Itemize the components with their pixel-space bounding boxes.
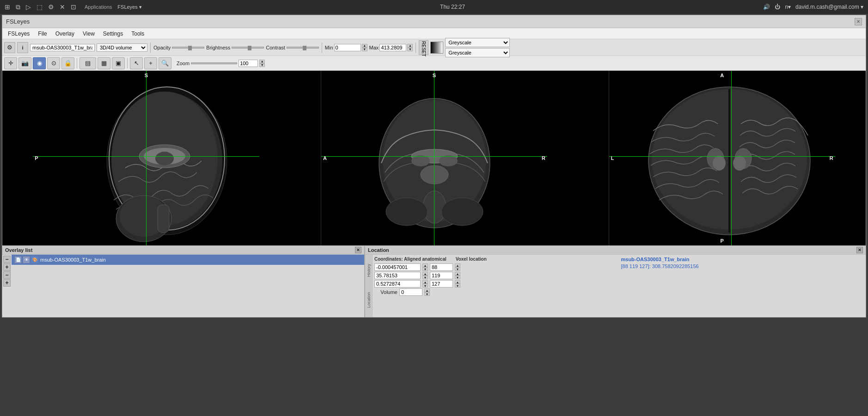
scroll-down-button[interactable]: + (3, 279, 11, 287)
coord-y-spin-down[interactable]: ▼ (422, 275, 428, 279)
volume-spinner[interactable]: ▲ ▼ (424, 288, 430, 296)
coronal-view[interactable]: S A R (321, 71, 547, 245)
gear-icon[interactable]: ⚙ (48, 3, 54, 11)
min-spin-down[interactable]: ▼ (362, 48, 367, 51)
menu-file[interactable]: File (34, 30, 50, 38)
scroll-up-button[interactable]: − (3, 256, 11, 263)
volume-value-input[interactable] (399, 288, 422, 296)
voxel-y-spinner[interactable]: ▲ ▼ (455, 272, 460, 279)
voxel-z-input[interactable] (430, 280, 453, 288)
volume-spin-down[interactable]: ▼ (424, 292, 430, 296)
voxel-x-input[interactable] (430, 263, 453, 271)
overlay-color-icon[interactable]: 🎨 (31, 256, 38, 263)
menu-fsleyes[interactable]: FSLeyes (4, 30, 33, 38)
coord-x-input[interactable] (374, 263, 421, 271)
camera-tool-button[interactable]: 📷 (18, 57, 31, 69)
reset-button[interactable]: RESET (419, 40, 428, 55)
coord-row-0: ▲ ▼ ▲ ▼ (374, 263, 616, 271)
cursor-tool-button[interactable]: ↖ (130, 57, 143, 69)
view2-tool-button[interactable]: ⊙ (47, 57, 60, 69)
add-overlay-button[interactable]: + (3, 263, 11, 271)
contrast-slider[interactable] (287, 47, 319, 49)
coord-y-input[interactable] (374, 272, 421, 279)
voxel-x-spin-down[interactable]: ▼ (455, 267, 460, 271)
min-value-input[interactable] (334, 44, 361, 51)
coord-y-spin-up[interactable]: ▲ (422, 272, 428, 275)
menu-settings[interactable]: Settings (99, 30, 127, 38)
remove-overlay-button[interactable]: − (3, 271, 11, 279)
voxel-z-spinner[interactable]: ▲ ▼ (455, 280, 460, 288)
overlay-name-input[interactable] (30, 44, 95, 51)
power-icon[interactable]: ⏻ (775, 4, 780, 10)
max-value-input[interactable] (379, 44, 406, 51)
overlay-eye-icon[interactable]: 👁 (23, 256, 30, 263)
colormap1-select[interactable]: Greyscale (445, 38, 510, 47)
voxel-y-spin-down[interactable]: ▼ (455, 275, 460, 279)
user-account[interactable]: david.m.cash@gmail.com ▾ (795, 4, 863, 10)
overlay-settings-button[interactable]: ⚙ (4, 42, 15, 53)
volume-spin-up[interactable]: ▲ (424, 288, 430, 292)
max-spin-down[interactable]: ▼ (407, 48, 413, 51)
crosshair-tool-button[interactable]: ✛ (4, 57, 17, 69)
coord-z-spinner[interactable]: ▲ ▼ (422, 280, 428, 288)
overlay-file-icon[interactable]: 📄 (14, 256, 22, 263)
coord-z-input[interactable] (374, 280, 421, 288)
coord-x-spin-up[interactable]: ▲ (422, 263, 428, 267)
display-icon[interactable]: ⊡ (71, 3, 76, 11)
volume-row: Volume ▲ ▼ (374, 288, 616, 296)
view3-tool-button[interactable]: 🔒 (61, 57, 74, 69)
zoom-spin-up[interactable]: ▲ (259, 60, 265, 63)
menu-tools[interactable]: Tools (128, 30, 148, 38)
layout2-button[interactable]: ▦ (98, 57, 110, 69)
copy-icon[interactable]: ⧉ (16, 3, 20, 11)
add-tool-button[interactable]: + (144, 57, 157, 69)
grid-icon[interactable]: ⊞ (5, 3, 10, 11)
fsleyes-app-label[interactable]: FSLeyes ▾ (117, 4, 141, 10)
max-spin-up[interactable]: ▲ (407, 44, 413, 48)
zoom-value-input[interactable] (238, 60, 258, 67)
sagittal-view[interactable]: S P (33, 71, 259, 245)
window-close-button[interactable]: ✕ (855, 18, 862, 25)
view1-tool-button[interactable]: ◉ (33, 57, 46, 69)
voxel-z-spin-down[interactable]: ▼ (455, 284, 460, 288)
min-spin-up[interactable]: ▲ (362, 44, 367, 48)
applications-label[interactable]: Applications (85, 4, 112, 10)
voxel-x-spinner[interactable]: ▲ ▼ (455, 263, 460, 271)
menu-view[interactable]: View (79, 30, 98, 38)
zoom-slider[interactable] (191, 62, 237, 64)
volume-icon[interactable]: 🔊 (763, 4, 770, 10)
voxel-z-spin-up[interactable]: ▲ (455, 280, 460, 284)
coord-z-spin-up[interactable]: ▲ (422, 280, 428, 284)
color-swatch[interactable] (430, 42, 443, 54)
overlay-info-button[interactable]: i (17, 42, 28, 53)
pip-icon[interactable]: ⬚ (37, 3, 43, 11)
voxel-y-input[interactable] (430, 272, 453, 279)
opacity-slider[interactable] (172, 47, 204, 49)
axial-view[interactable]: A L R P (609, 71, 835, 245)
min-spinner[interactable]: ▲ ▼ (362, 44, 367, 51)
overlay-list-close-button[interactable]: ✕ (355, 247, 361, 253)
coord-z-spin-down[interactable]: ▼ (422, 284, 428, 288)
forward-icon[interactable]: ▷ (26, 3, 31, 11)
location-panel-close-button[interactable]: ✕ (856, 247, 863, 253)
search-tool-button[interactable]: 🔍 (159, 57, 171, 69)
overlay-list-item[interactable]: 📄 👁 🎨 msub-OAS30003_T1w_brain (12, 255, 364, 265)
voxel-y-spin-up[interactable]: ▲ (455, 272, 460, 275)
zoom-spinner[interactable]: ▲ ▼ (259, 60, 265, 67)
layout1-button[interactable]: ▤ (79, 57, 96, 69)
max-spinner[interactable]: ▲ ▼ (407, 44, 413, 51)
language-selector[interactable]: n▾ (785, 4, 791, 10)
location-panel: Location ✕ History Location Coordinates:… (365, 246, 866, 317)
coord-x-spinner[interactable]: ▲ ▼ (422, 263, 428, 271)
menu-overlay[interactable]: Overlay (52, 30, 78, 38)
zoom-spin-down[interactable]: ▼ (259, 63, 265, 67)
volume-type-select[interactable]: 3D/4D volume (97, 43, 147, 52)
coord-y-spinner[interactable]: ▲ ▼ (422, 272, 428, 279)
canvas-area[interactable]: S P (2, 71, 866, 245)
brightness-slider[interactable] (232, 47, 264, 49)
coord-x-spin-down[interactable]: ▼ (422, 267, 428, 271)
voxel-x-spin-up[interactable]: ▲ (455, 263, 460, 267)
colormap2-select[interactable]: Greyscale (445, 48, 510, 57)
layout3-button[interactable]: ▣ (112, 57, 125, 69)
cross-icon[interactable]: ✕ (60, 3, 65, 11)
